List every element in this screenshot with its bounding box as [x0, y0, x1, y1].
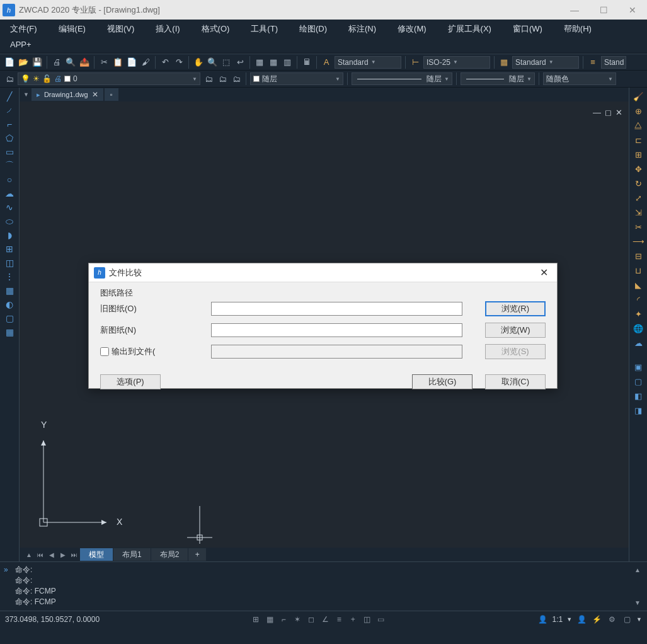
- browse-new-button[interactable]: 浏览(W): [485, 323, 546, 338]
- layout-nav-up-icon[interactable]: ▲: [23, 549, 35, 560]
- old-drawing-input[interactable]: [211, 302, 462, 316]
- options-button[interactable]: 选项(P): [100, 374, 161, 389]
- copy-obj-icon[interactable]: ⊕: [631, 105, 645, 117]
- extend-icon[interactable]: ⟶: [631, 235, 645, 248]
- workspace-icon[interactable]: ⚙: [606, 614, 617, 625]
- explode-icon[interactable]: ✦: [631, 308, 645, 320]
- document-tab[interactable]: ▸ Drawing1.dwg ✕: [31, 88, 103, 101]
- viewport-close-icon[interactable]: ✕: [616, 108, 622, 117]
- cloud-icon[interactable]: ☁: [631, 336, 645, 349]
- copy-icon[interactable]: 📋: [112, 57, 123, 68]
- menu-file[interactable]: 文件(F): [6, 22, 41, 36]
- document-tab-close-icon[interactable]: ✕: [92, 90, 98, 99]
- print-preview-icon[interactable]: 🔍: [65, 57, 76, 68]
- order-above-icon[interactable]: ◧: [631, 389, 645, 402]
- region-icon[interactable]: ▢: [3, 312, 16, 325]
- layout-nav-first-icon[interactable]: ⏮: [35, 549, 46, 560]
- lwt-icon[interactable]: ≡: [333, 614, 345, 625]
- close-window-button[interactable]: ✕: [618, 0, 647, 20]
- command-line[interactable]: » 命令: 命令: 命令: FCMP 命令: FCMP ▲▼: [0, 561, 647, 611]
- paste-icon[interactable]: 📄: [126, 57, 137, 68]
- globe-icon[interactable]: 🌐: [631, 322, 645, 335]
- arc-icon[interactable]: ⌒: [3, 159, 16, 172]
- lineweight-dropdown[interactable]: 随层▼: [461, 72, 535, 85]
- menu-view[interactable]: 视图(V): [103, 22, 138, 36]
- menu-tools[interactable]: 工具(T): [247, 22, 282, 36]
- color-dropdown[interactable]: 随层▼: [250, 72, 343, 85]
- text-style-dropdown[interactable]: Standard▼: [335, 56, 401, 69]
- scale-icon[interactable]: ⤢: [631, 192, 645, 204]
- fillet-icon[interactable]: ◜: [631, 293, 645, 306]
- document-tab-add[interactable]: ▫: [105, 88, 118, 101]
- ellipse-arc-icon[interactable]: ◗: [3, 229, 16, 241]
- cmdline-chevron-icon[interactable]: »: [4, 565, 8, 575]
- offset-icon[interactable]: ⊏: [631, 134, 645, 146]
- make-block-icon[interactable]: ◫: [3, 256, 16, 269]
- ellipse-icon[interactable]: ⬭: [3, 215, 16, 227]
- menu-app-plus[interactable]: APP+: [6, 38, 35, 50]
- calc-icon[interactable]: 🖩: [301, 57, 312, 68]
- revcloud-icon[interactable]: ☁: [3, 187, 16, 200]
- model-icon[interactable]: ▭: [375, 614, 386, 625]
- menu-help[interactable]: 帮助(H): [560, 22, 595, 36]
- point-icon[interactable]: ⋮: [3, 270, 16, 283]
- layout-nav-next-icon[interactable]: ▶: [57, 549, 69, 560]
- chamfer-icon[interactable]: ◣: [631, 279, 645, 291]
- table-style-icon[interactable]: ▦: [498, 57, 510, 68]
- cycle-icon[interactable]: ◫: [361, 614, 372, 625]
- layout-tab-add[interactable]: +: [188, 548, 206, 561]
- properties-icon[interactable]: ▦: [254, 57, 265, 68]
- tab-menu-icon[interactable]: ▼: [23, 91, 29, 98]
- dialog-close-button[interactable]: ✕: [536, 267, 552, 279]
- otrack-icon[interactable]: ∠: [319, 614, 331, 625]
- array-icon[interactable]: ⊞: [631, 148, 645, 161]
- layout-nav-last-icon[interactable]: ⏭: [69, 549, 80, 560]
- tool-palette-icon[interactable]: ▥: [282, 57, 293, 68]
- zoom-icon[interactable]: 🔍: [207, 57, 218, 68]
- browse-old-button[interactable]: 浏览(R): [485, 301, 546, 316]
- ann-scale-icon[interactable]: 👤: [537, 614, 548, 625]
- open-icon[interactable]: 📂: [18, 57, 29, 68]
- ann-vis-icon[interactable]: 👤: [576, 614, 587, 625]
- clean-icon[interactable]: ▢: [621, 614, 633, 625]
- pan-icon[interactable]: ✋: [193, 57, 204, 68]
- layout-nav-prev-icon[interactable]: ◀: [46, 549, 57, 560]
- xline-icon[interactable]: ⟋: [3, 104, 16, 117]
- maximize-button[interactable]: ☐: [589, 0, 618, 20]
- design-center-icon[interactable]: ▦: [268, 57, 279, 68]
- dyn-icon[interactable]: +: [347, 614, 358, 625]
- ann-auto-icon[interactable]: ⚡: [591, 614, 602, 625]
- break-icon[interactable]: ⊟: [631, 250, 645, 262]
- layout-tab-model[interactable]: 模型: [80, 548, 113, 561]
- dim-style-icon[interactable]: ⊢: [409, 57, 421, 68]
- stretch-icon[interactable]: ⇲: [631, 206, 645, 219]
- cancel-button[interactable]: 取消(C): [485, 374, 546, 389]
- rectangle-icon[interactable]: ▭: [3, 146, 16, 158]
- grid-icon[interactable]: ▦: [264, 614, 275, 625]
- output-checkbox[interactable]: [100, 347, 109, 356]
- polyline-icon[interactable]: ⌐: [3, 118, 16, 130]
- erase-icon[interactable]: 🧹: [631, 90, 645, 103]
- publish-icon[interactable]: 📤: [79, 57, 90, 68]
- menu-dimension[interactable]: 标注(N): [345, 22, 380, 36]
- cmdline-scroll-up-icon[interactable]: ▲: [634, 565, 644, 575]
- match-icon[interactable]: 🖌: [140, 57, 151, 68]
- order-back-icon[interactable]: ▢: [631, 375, 645, 388]
- layer-state-icon[interactable]: 🗂: [217, 73, 228, 84]
- undo-icon[interactable]: ↶: [159, 57, 171, 68]
- gradient-icon[interactable]: ◐: [3, 298, 16, 311]
- scale-display[interactable]: 1:1: [552, 615, 563, 624]
- plotstyle-dropdown[interactable]: 随颜色▼: [543, 72, 616, 85]
- menu-modify[interactable]: 修改(M): [394, 22, 430, 36]
- menu-express[interactable]: 扩展工具(X): [444, 22, 495, 36]
- rotate-icon[interactable]: ↻: [631, 177, 645, 190]
- menu-insert[interactable]: 插入(I): [152, 22, 183, 36]
- layout-tab-1[interactable]: 布局1: [113, 548, 151, 561]
- polar-icon[interactable]: ✶: [292, 614, 303, 625]
- layer-prev-icon[interactable]: 🗂: [203, 73, 214, 84]
- save-icon[interactable]: 💾: [31, 57, 43, 68]
- cut-icon[interactable]: ✂: [98, 57, 110, 68]
- linetype-dropdown[interactable]: 随层▼: [352, 72, 452, 85]
- layout-tab-2[interactable]: 布局2: [151, 548, 189, 561]
- zoom-prev-icon[interactable]: ↩: [234, 57, 246, 68]
